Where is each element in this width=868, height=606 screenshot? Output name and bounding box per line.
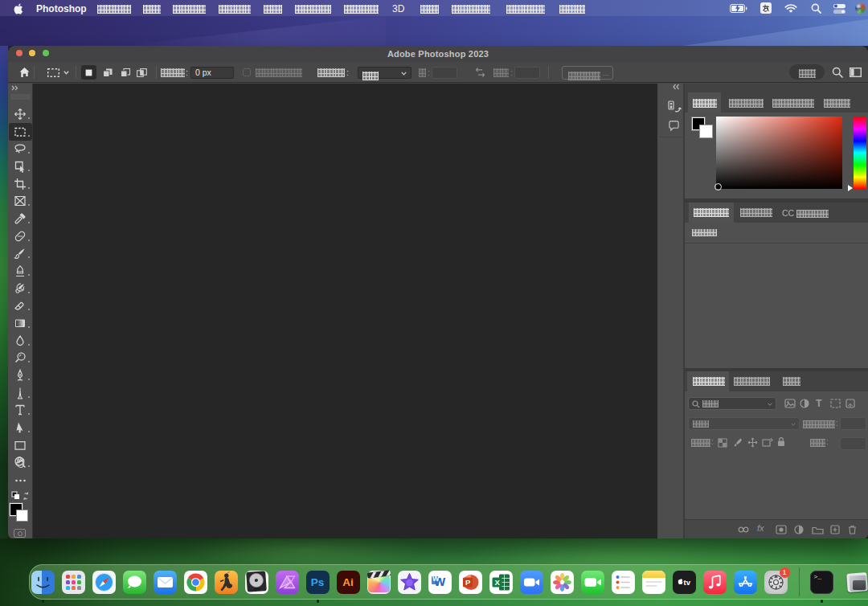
svg-text:P: P <box>465 578 471 587</box>
svg-text:X: X <box>494 578 500 587</box>
svg-text:tv: tv <box>683 577 690 586</box>
